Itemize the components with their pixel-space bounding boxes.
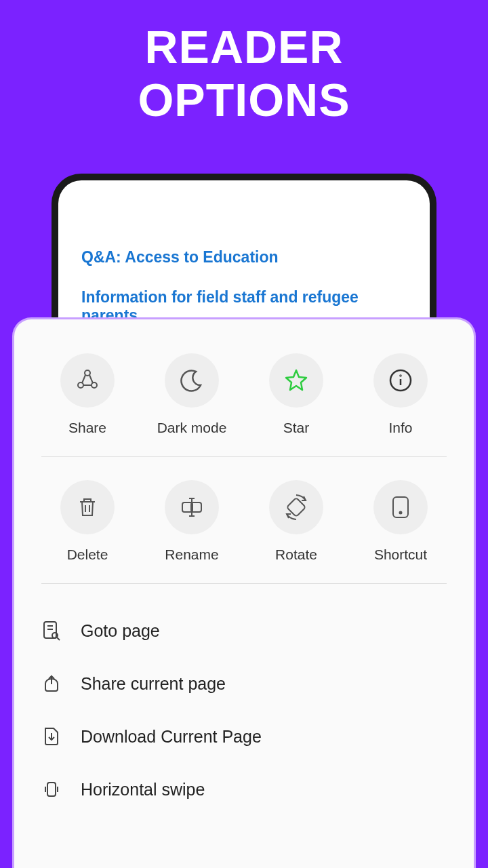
- svg-point-0: [85, 370, 90, 376]
- info-button[interactable]: Info: [354, 353, 447, 436]
- star-icon: [283, 367, 310, 394]
- svg-rect-19: [47, 783, 56, 796]
- horizontal-swipe-label: Horizontal swipe: [81, 780, 205, 800]
- share-icon: [75, 368, 100, 393]
- trash-icon: [75, 495, 100, 519]
- delete-button[interactable]: Delete: [41, 480, 134, 563]
- rotate-icon: [283, 494, 310, 521]
- shortcut-icon: [390, 494, 411, 520]
- share-page-label: Share current page: [81, 674, 226, 694]
- svg-point-5: [401, 376, 401, 376]
- download-icon: [41, 726, 62, 747]
- options-sheet: Share Dark mode Star In: [12, 317, 476, 868]
- share-page-item[interactable]: Share current page: [41, 657, 447, 710]
- download-page-item[interactable]: Download Current Page: [41, 710, 447, 763]
- star-label: Star: [283, 420, 310, 436]
- share-label: Share: [68, 420, 106, 436]
- rotate-button[interactable]: Rotate: [250, 480, 342, 563]
- rename-label: Rename: [165, 547, 218, 563]
- dark-mode-button[interactable]: Dark mode: [146, 353, 238, 436]
- divider: [41, 583, 447, 584]
- divider: [41, 456, 447, 457]
- rotate-label: Rotate: [275, 547, 317, 563]
- moon-icon: [179, 368, 205, 393]
- promo-title: READEROPTIONS: [0, 0, 488, 126]
- star-button[interactable]: Star: [250, 353, 342, 436]
- dark-mode-label: Dark mode: [157, 420, 227, 436]
- document-title: Q&A: Access to Education: [81, 248, 407, 267]
- swipe-icon: [41, 779, 62, 800]
- goto-page-item[interactable]: Goto page: [41, 604, 447, 657]
- info-label: Info: [388, 420, 412, 436]
- page-search-icon: [41, 620, 62, 641]
- rename-icon: [178, 495, 205, 519]
- svg-point-11: [400, 512, 402, 514]
- actions-grid-2: Delete Rename Rotate: [35, 480, 453, 583]
- goto-page-label: Goto page: [81, 621, 160, 641]
- shortcut-label: Shortcut: [374, 547, 427, 563]
- share-button[interactable]: Share: [41, 353, 134, 436]
- options-list: Goto page Share current page Download Cu…: [35, 604, 453, 816]
- info-icon: [388, 368, 413, 393]
- delete-label: Delete: [67, 547, 108, 563]
- rename-button[interactable]: Rename: [146, 480, 238, 563]
- share-page-icon: [41, 673, 62, 694]
- download-page-label: Download Current Page: [81, 727, 262, 747]
- svg-line-16: [57, 637, 60, 640]
- shortcut-button[interactable]: Shortcut: [354, 480, 447, 563]
- horizontal-swipe-item[interactable]: Horizontal swipe: [41, 763, 447, 816]
- actions-grid-1: Share Dark mode Star In: [35, 353, 453, 456]
